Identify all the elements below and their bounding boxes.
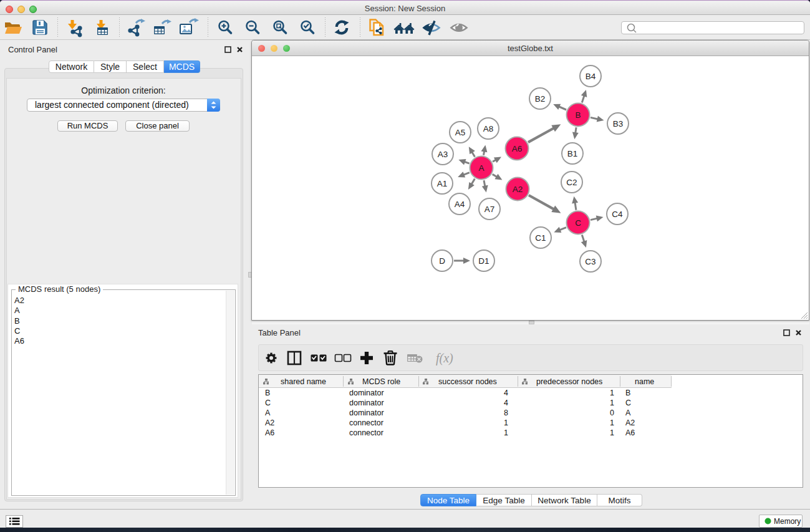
svg-text:B2: B2 (535, 94, 546, 104)
svg-text:B1: B1 (567, 149, 578, 158)
svg-text:A: A (478, 163, 484, 173)
svg-text:f(x): f(x) (436, 351, 453, 365)
svg-text:A6: A6 (512, 144, 523, 153)
svg-text:C2: C2 (566, 178, 577, 187)
svg-text:D1: D1 (478, 256, 489, 266)
svg-text:D: D (439, 256, 445, 266)
svg-text:B3: B3 (613, 119, 624, 128)
svg-text:A1: A1 (437, 179, 448, 188)
svg-text:A2: A2 (513, 185, 523, 194)
svg-text:A5: A5 (455, 128, 466, 137)
svg-text:B4: B4 (586, 72, 596, 81)
svg-text:B: B (575, 110, 581, 120)
svg-text:A7: A7 (485, 205, 495, 214)
svg-text:C4: C4 (612, 210, 623, 219)
svg-text:A3: A3 (438, 150, 448, 159)
svg-text:A8: A8 (483, 124, 494, 133)
svg-text:C: C (575, 218, 581, 228)
svg-text:C3: C3 (585, 257, 595, 266)
svg-text:C1: C1 (535, 233, 546, 243)
svg-text:A4: A4 (455, 200, 465, 209)
